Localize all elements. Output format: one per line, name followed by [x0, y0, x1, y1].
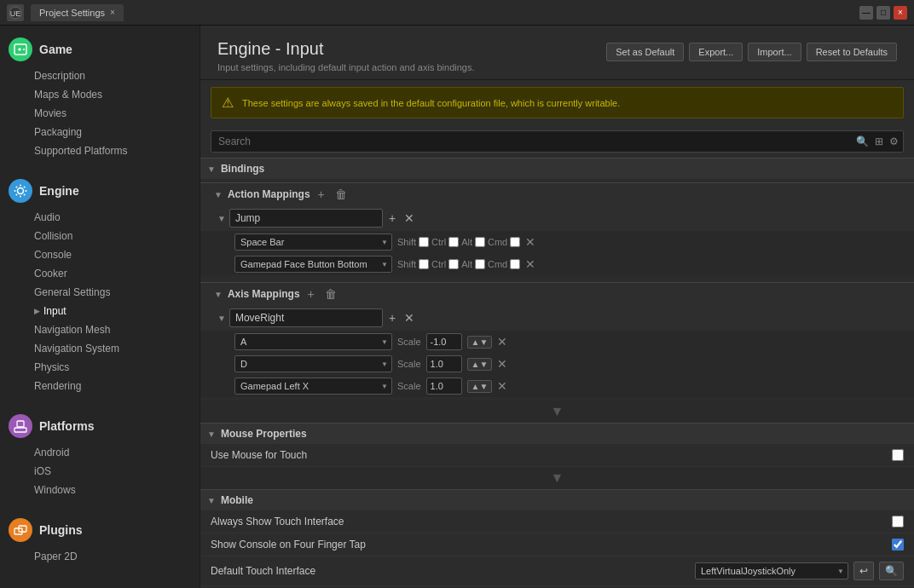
- sidebar-item-audio[interactable]: Audio: [17, 208, 200, 227]
- moveright-add-binding-button[interactable]: +: [386, 311, 398, 325]
- sidebar-item-navigation-system[interactable]: Navigation System: [17, 339, 200, 358]
- sidebar-item-description[interactable]: Description: [17, 66, 200, 85]
- spacebar-shift-checkbox[interactable]: [419, 237, 429, 247]
- lx-delete-button[interactable]: ✕: [497, 379, 507, 393]
- gf-ctrl-label: Ctrl: [431, 259, 446, 269]
- default-touch-interface-select[interactable]: LeftVirtualJoystickOnly: [695, 562, 848, 579]
- spacebar-delete-button[interactable]: ✕: [525, 235, 535, 249]
- sidebar-item-rendering[interactable]: Rendering: [17, 377, 200, 395]
- action-mappings-collapse-icon: ▼: [214, 190, 223, 199]
- a-scale-input[interactable]: [426, 333, 462, 350]
- plugins-category-label: Plugins: [39, 523, 83, 537]
- moveright-mapping-header: ▼ + ✕: [200, 305, 914, 331]
- plugins-items: Paper 2D: [0, 547, 200, 566]
- sidebar-item-input[interactable]: ▶ Input: [17, 302, 200, 320]
- bindings-section-header[interactable]: ▼ Bindings: [200, 158, 914, 179]
- sidebar-item-collision[interactable]: Collision: [17, 227, 200, 245]
- sidebar-item-general-settings[interactable]: General Settings: [17, 283, 200, 302]
- mobile-section-header[interactable]: ▼ Mobile: [200, 489, 914, 510]
- axis-d-key-select[interactable]: D: [234, 355, 392, 372]
- action-mappings-delete-button[interactable]: 🗑: [333, 187, 350, 201]
- sidebar-category-engine[interactable]: Engine: [0, 174, 200, 208]
- a-scale-spinner[interactable]: ▲▼: [467, 336, 493, 349]
- axis-gamepad-lx-key-select[interactable]: Gamepad Left X: [234, 378, 392, 395]
- show-console-checkbox[interactable]: [892, 539, 904, 551]
- use-mouse-for-touch-value: [892, 449, 904, 461]
- search-options-button[interactable]: ⊞: [873, 134, 885, 149]
- minimize-button[interactable]: —: [859, 6, 873, 20]
- axis-mappings-header[interactable]: ▼ Axis Mappings + 🗑: [200, 282, 914, 305]
- sidebar-item-android[interactable]: Android: [17, 443, 200, 462]
- mobile-collapse-icon: ▼: [207, 496, 216, 505]
- project-settings-tab[interactable]: Project Settings ×: [31, 4, 124, 21]
- mouse-collapse-icon: ▼: [207, 429, 216, 439]
- warning-icon: ⚠: [222, 95, 234, 111]
- sidebar-item-ios[interactable]: iOS: [17, 462, 200, 481]
- spacebar-alt-checkbox[interactable]: [475, 237, 485, 247]
- sidebar-item-supported-platforms[interactable]: Supported Platforms: [17, 141, 200, 160]
- axis-gamepad-lx-select-wrapper: Gamepad Left X: [234, 378, 392, 395]
- mouse-properties-section-header[interactable]: ▼ Mouse Properties: [200, 423, 914, 444]
- sidebar-category-game[interactable]: Game: [0, 32, 200, 66]
- bindings-title: Bindings: [221, 163, 264, 175]
- search-icons: 🔍 ⊞ ⚙: [854, 134, 900, 149]
- tab-close-icon[interactable]: ×: [110, 8, 115, 17]
- spacebar-key-select[interactable]: Space Bar: [234, 233, 392, 251]
- gamepad-face-alt-checkbox[interactable]: [475, 259, 485, 269]
- action-mappings-add-button[interactable]: +: [315, 187, 327, 201]
- import-button[interactable]: Import...: [748, 43, 801, 61]
- engine-icon: [9, 179, 32, 203]
- sidebar-item-console[interactable]: Console: [17, 245, 200, 264]
- a-delete-button[interactable]: ✕: [497, 335, 507, 349]
- default-touch-interface-reset-button[interactable]: ↩: [853, 562, 874, 580]
- sidebar-item-maps-modes[interactable]: Maps & Modes: [17, 85, 200, 104]
- axis-a-key-select[interactable]: A: [234, 333, 392, 350]
- sidebar-item-movies[interactable]: Movies: [17, 104, 200, 123]
- gamepad-face-delete-button[interactable]: ✕: [525, 257, 535, 271]
- default-touch-interface-label: Default Touch Interface: [211, 565, 695, 577]
- spacebar-cmd-checkbox[interactable]: [510, 237, 520, 247]
- svg-rect-15: [14, 428, 26, 432]
- search-input[interactable]: [211, 130, 904, 153]
- export-button[interactable]: Export...: [689, 43, 743, 61]
- d-scale-spinner[interactable]: ▲▼: [467, 358, 493, 371]
- use-mouse-for-touch-row: Use Mouse for Touch: [200, 444, 914, 467]
- action-mappings-header[interactable]: ▼ Action Mappings + 🗑: [200, 182, 914, 205]
- sidebar-category-plugins[interactable]: Plugins: [0, 513, 200, 547]
- use-mouse-for-touch-checkbox[interactable]: [892, 449, 904, 461]
- window-controls: — □ ×: [859, 6, 907, 20]
- default-touch-interface-search-button[interactable]: 🔍: [879, 562, 904, 580]
- search-button[interactable]: 🔍: [854, 134, 871, 149]
- sidebar-item-paper2d[interactable]: Paper 2D: [17, 547, 200, 566]
- sidebar-item-packaging[interactable]: Packaging: [17, 123, 200, 141]
- lx-scale-spinner[interactable]: ▲▼: [467, 380, 493, 393]
- maximize-button[interactable]: □: [876, 6, 890, 20]
- sidebar-item-navigation-mesh[interactable]: Navigation Mesh: [17, 320, 200, 339]
- axis-mappings-add-button[interactable]: +: [305, 287, 317, 301]
- sidebar-item-physics[interactable]: Physics: [17, 358, 200, 377]
- sidebar-item-cooker[interactable]: Cooker: [17, 264, 200, 283]
- spacebar-ctrl-checkbox[interactable]: [448, 237, 459, 247]
- gamepad-face-shift-checkbox[interactable]: [419, 259, 429, 269]
- sidebar-item-windows[interactable]: Windows: [17, 481, 200, 499]
- jump-name-input[interactable]: [229, 209, 383, 228]
- gamepad-face-cmd-checkbox[interactable]: [510, 259, 520, 269]
- jump-delete-button[interactable]: ✕: [402, 211, 417, 225]
- jump-add-binding-button[interactable]: +: [386, 211, 398, 225]
- axis-gamepad-lx-row: Gamepad Left X Scale ▲▼ ✕: [200, 375, 914, 397]
- platforms-category-label: Platforms: [39, 419, 95, 433]
- d-delete-button[interactable]: ✕: [497, 357, 507, 371]
- d-scale-input[interactable]: [426, 355, 462, 372]
- set-as-default-button[interactable]: Set as Default: [606, 43, 684, 61]
- moveright-name-input[interactable]: [229, 308, 383, 327]
- moveright-delete-button[interactable]: ✕: [402, 311, 417, 325]
- gamepad-face-key-select[interactable]: Gamepad Face Button Bottom: [234, 256, 392, 273]
- close-button[interactable]: ×: [894, 6, 907, 20]
- sidebar-category-platforms[interactable]: Platforms: [0, 409, 200, 443]
- lx-scale-input[interactable]: [426, 378, 462, 395]
- reset-to-defaults-button[interactable]: Reset to Defaults: [807, 43, 897, 61]
- axis-mappings-delete-button[interactable]: 🗑: [322, 287, 339, 301]
- search-settings-button[interactable]: ⚙: [888, 134, 900, 149]
- always-show-touch-checkbox[interactable]: [892, 516, 904, 527]
- gamepad-face-ctrl-checkbox[interactable]: [448, 259, 459, 269]
